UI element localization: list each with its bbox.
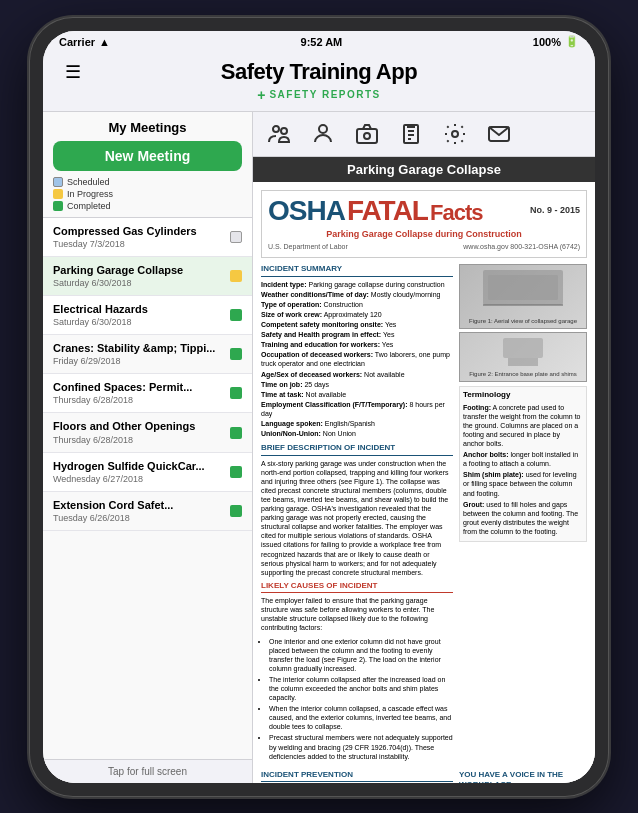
svg-rect-15	[508, 358, 538, 366]
meeting-date: Thursday 6/28/2018	[53, 435, 224, 445]
incident-rows: Incident type: Parking garage collapse d…	[261, 280, 453, 439]
meeting-item[interactable]: Confined Spaces: Permit...Thursday 6/28/…	[43, 374, 252, 413]
legend-scheduled: Scheduled	[53, 177, 242, 187]
legend-completed: Completed	[53, 201, 242, 211]
osha-voice-col: You Have a Voice in the Workplace The Oc…	[459, 770, 587, 783]
camera-icon[interactable]	[349, 116, 385, 152]
likely-causes-title: Likely Causes of Incident	[261, 581, 453, 593]
meeting-date: Thursday 6/28/2018	[53, 395, 224, 405]
wifi-icon: ▲	[99, 36, 110, 48]
osha-website: www.osha.gov 800-321-OSHA (6742)	[463, 242, 580, 251]
status-bar-left: Carrier ▲	[59, 36, 110, 48]
document-panel: Parking Garage Collapse OSHA FATAL Facts	[253, 112, 595, 783]
figure-1-caption: Figure 1: Aerial view of collapsed garag…	[462, 318, 584, 326]
facts-text: Facts	[430, 202, 482, 224]
svg-rect-14	[503, 338, 543, 358]
meetings-list: Compressed Gas CylindersTuesday 7/3/2018…	[43, 218, 252, 759]
osha-logo-row: OSHA FATAL Facts No. 9 - 2015	[268, 197, 580, 225]
causes-list: One interior and one exterior column did…	[261, 637, 453, 761]
tap-fullscreen-label[interactable]: Tap for full screen	[43, 759, 252, 783]
meeting-info: Cranes: Stability &amp; Tippi...Friday 6…	[53, 342, 224, 366]
plus-icon: +	[257, 87, 265, 103]
term-anchor: Anchor bolts: longer bolt installed in a…	[463, 450, 583, 468]
meeting-item[interactable]: Compressed Gas CylindersTuesday 7/3/2018	[43, 218, 252, 257]
inprogress-label: In Progress	[67, 189, 113, 199]
meeting-name: Hydrogen Sulfide QuickCar...	[53, 460, 224, 473]
meeting-date: Tuesday 6/26/2018	[53, 513, 224, 523]
meetings-panel: My Meetings New Meeting Scheduled In Pro…	[43, 112, 253, 783]
meeting-info: Confined Spaces: Permit...Thursday 6/28/…	[53, 381, 224, 405]
doc-bottom-section: INCIDENT PREVENTION Employers must provi…	[261, 770, 587, 783]
doc-two-col: INCIDENT SUMMARY Incident type: Parking …	[261, 264, 587, 763]
completed-dot	[53, 201, 63, 211]
document-content[interactable]: OSHA FATAL Facts No. 9 - 2015 Parking Ga…	[253, 182, 595, 783]
new-meeting-button[interactable]: New Meeting	[53, 141, 242, 171]
svg-point-9	[452, 131, 458, 137]
cause-item: The interior column collapsed after the …	[269, 675, 453, 702]
meeting-status-dot	[230, 427, 242, 439]
meeting-info: Electrical HazardsSaturday 6/30/2018	[53, 303, 224, 327]
svg-point-0	[273, 126, 279, 132]
meeting-item[interactable]: Parking Garage CollapseSaturday 6/30/201…	[43, 257, 252, 296]
meeting-name: Floors and Other Openings	[53, 420, 224, 433]
meeting-status-dot	[230, 270, 242, 282]
document-title-bar: Parking Garage Collapse	[253, 157, 595, 182]
people-icon[interactable]	[261, 116, 297, 152]
svg-point-2	[319, 125, 327, 133]
meeting-date: Tuesday 7/3/2018	[53, 239, 224, 249]
meeting-item[interactable]: Hydrogen Sulfide QuickCar...Wednesday 6/…	[43, 453, 252, 492]
legend-inprogress: In Progress	[53, 189, 242, 199]
battery-label: 100%	[533, 36, 561, 48]
meeting-status-dot	[230, 231, 242, 243]
osha-text: OSHA	[268, 197, 345, 225]
meetings-legend: Scheduled In Progress Completed	[53, 177, 242, 211]
inprogress-dot	[53, 189, 63, 199]
incident-prevention-col: INCIDENT PREVENTION Employers must provi…	[261, 770, 453, 783]
tablet-device: Carrier ▲ 9:52 AM 100% 🔋 ☰ Safety Traini…	[29, 17, 609, 797]
meeting-name: Electrical Hazards	[53, 303, 224, 316]
scheduled-label: Scheduled	[67, 177, 110, 187]
doc-col-right: Figure 1: Aerial view of collapsed garag…	[459, 264, 587, 763]
app-header-top: ☰ Safety Training App	[59, 59, 579, 85]
meeting-date: Saturday 6/30/2018	[53, 278, 224, 288]
meeting-item[interactable]: Extension Cord Safet...Tuesday 6/26/2018	[43, 492, 252, 531]
prevention-title: INCIDENT PREVENTION	[261, 770, 453, 782]
svg-rect-12	[488, 275, 558, 300]
meeting-date: Wednesday 6/27/2018	[53, 474, 224, 484]
meeting-info: Floors and Other OpeningsThursday 6/28/2…	[53, 420, 224, 444]
settings-icon[interactable]	[437, 116, 473, 152]
clipboard-icon[interactable]	[393, 116, 429, 152]
meeting-name: Compressed Gas Cylinders	[53, 225, 224, 238]
term-grout: Grout: used to fill holes and gaps betwe…	[463, 500, 583, 536]
incident-summary-title: INCIDENT SUMMARY	[261, 264, 453, 276]
voice-title: You Have a Voice in the Workplace	[459, 770, 587, 783]
osha-dept: U.S. Department of Labor	[268, 242, 348, 251]
scheduled-dot	[53, 177, 63, 187]
meeting-info: Hydrogen Sulfide QuickCar...Wednesday 6/…	[53, 460, 224, 484]
brief-desc-text: A six-story parking garage was under con…	[261, 459, 453, 577]
term-shim: Shim (shim plate): used for leveling or …	[463, 470, 583, 497]
meeting-status-dot	[230, 309, 242, 321]
app-header: ☰ Safety Training App + SAFETY REPORTS	[43, 53, 595, 112]
meetings-title: My Meetings	[53, 120, 242, 135]
meeting-name: Cranes: Stability &amp; Tippi...	[53, 342, 224, 355]
meeting-info: Extension Cord Safet...Tuesday 6/26/2018	[53, 499, 224, 523]
osha-logo: OSHA FATAL Facts	[268, 197, 482, 225]
person-icon[interactable]	[305, 116, 341, 152]
mail-icon[interactable]	[481, 116, 517, 152]
meeting-info: Compressed Gas CylindersTuesday 7/3/2018	[53, 225, 224, 249]
completed-label: Completed	[67, 201, 111, 211]
meeting-item[interactable]: Floors and Other OpeningsThursday 6/28/2…	[43, 413, 252, 452]
osha-number: No. 9 - 2015	[530, 205, 580, 217]
osha-subtitle: Parking Garage Collapse during Construct…	[268, 229, 580, 241]
meeting-item[interactable]: Electrical HazardsSaturday 6/30/2018	[43, 296, 252, 335]
meeting-item[interactable]: Cranes: Stability &amp; Tippi...Friday 6…	[43, 335, 252, 374]
meeting-status-dot	[230, 505, 242, 517]
meeting-name: Extension Cord Safet...	[53, 499, 224, 512]
osha-document: OSHA FATAL Facts No. 9 - 2015 Parking Ga…	[253, 182, 595, 783]
hamburger-button[interactable]: ☰	[59, 59, 87, 85]
meeting-status-dot	[230, 348, 242, 360]
tablet-screen: Carrier ▲ 9:52 AM 100% 🔋 ☰ Safety Traini…	[43, 31, 595, 783]
meeting-status-dot	[230, 466, 242, 478]
figure-1-image: Figure 1: Aerial view of collapsed garag…	[459, 264, 587, 329]
